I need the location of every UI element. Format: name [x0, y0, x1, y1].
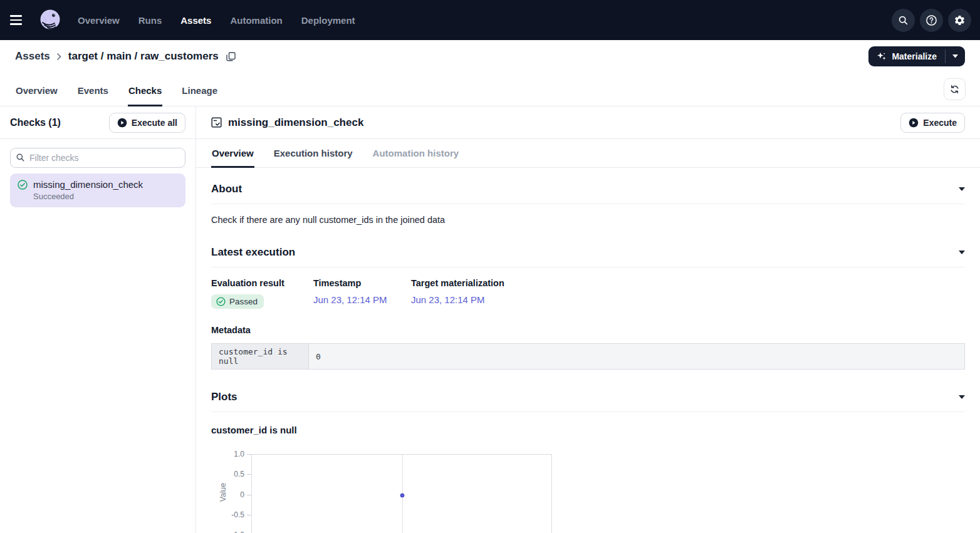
about-heading: About	[211, 183, 242, 195]
data-point[interactable]	[400, 493, 405, 497]
passed-badge: Passed	[211, 294, 264, 309]
nav-automation[interactable]: Automation	[230, 15, 282, 26]
check-detail-body: About Check if there are any null custom…	[196, 168, 980, 533]
plot-title: customer_id is null	[211, 425, 965, 435]
checks-sidebar: Checks (1) Execute all	[0, 106, 196, 533]
timestamp-link[interactable]: Jun 23, 12:14 PM	[313, 294, 411, 305]
play-circle-icon	[117, 118, 127, 128]
breadcrumb: Assets target / main / raw_customers	[15, 50, 236, 63]
sparkle-icon	[877, 51, 887, 61]
tab-automation-history[interactable]: Automation history	[372, 143, 460, 168]
latest-execution-header[interactable]: Latest execution	[211, 246, 965, 267]
filter-search-icon	[16, 153, 25, 162]
nav-assets[interactable]: Assets	[180, 15, 211, 26]
filter-checks-input[interactable]	[10, 148, 185, 168]
checks-count-title: Checks (1)	[10, 117, 61, 128]
tab-lineage[interactable]: Lineage	[181, 79, 218, 106]
asset-tab-bar: Overview Events Checks Lineage	[0, 73, 980, 106]
collapse-caret-icon[interactable]	[959, 251, 965, 254]
y-tick-label: 0.5	[211, 470, 244, 479]
help-icon	[925, 14, 937, 26]
nav-runs[interactable]: Runs	[138, 15, 162, 26]
materialize-label: Materialize	[892, 51, 937, 61]
about-section-header[interactable]: About	[211, 183, 965, 204]
nav-deployment[interactable]: Deployment	[301, 15, 355, 26]
execute-all-label: Execute all	[132, 118, 177, 128]
plots-section-header[interactable]: Plots	[211, 391, 965, 412]
check-list-item[interactable]: missing_dimension_check Succeeded	[10, 173, 185, 207]
check-detail-header: missing_dimension_check Execute	[196, 106, 980, 139]
plot-area	[251, 454, 552, 533]
play-circle-icon	[909, 118, 919, 128]
check-description: Check if there are any null customer_ids…	[211, 215, 965, 225]
check-success-icon	[18, 180, 28, 190]
y-tick-mark	[247, 495, 251, 495]
y-tick-label: -0.5	[211, 510, 244, 519]
refresh-icon	[949, 84, 960, 95]
app-window: Overview Runs Assets Automation Deployme…	[0, 0, 980, 533]
plots-heading: Plots	[211, 391, 237, 403]
breadcrumb-asset-key: target / main / raw_customers	[68, 50, 219, 63]
chevron-right-icon	[56, 53, 62, 61]
metadata-heading: Metadata	[211, 325, 965, 335]
collapse-caret-icon[interactable]	[959, 187, 965, 191]
check-item-status: Succeeded	[33, 192, 178, 201]
metadata-value: 0	[309, 344, 965, 370]
content-area: Checks (1) Execute all	[0, 106, 980, 533]
asset-check-icon	[211, 117, 222, 128]
col-timestamp: Timestamp	[313, 278, 411, 288]
latest-execution-grid: Evaluation result Passed Timestamp	[211, 278, 965, 309]
tab-check-overview[interactable]: Overview	[211, 143, 254, 168]
y-tick-label: -1.0	[211, 530, 244, 533]
collapse-caret-icon[interactable]	[959, 395, 965, 399]
y-tick-mark	[247, 515, 251, 515]
materialize-dropdown-button[interactable]	[946, 46, 965, 66]
check-detail-pane: missing_dimension_check Execute Overview…	[196, 106, 980, 533]
breadcrumb-row: Assets target / main / raw_customers Mat…	[0, 40, 980, 73]
tab-execution-history[interactable]: Execution history	[273, 143, 353, 168]
hamburger-menu-button[interactable]	[10, 9, 33, 31]
chevron-down-icon	[952, 54, 958, 58]
materialize-split-button: Materialize	[868, 46, 965, 66]
y-tick-mark	[247, 454, 251, 455]
copy-asset-key-button[interactable]	[226, 52, 236, 61]
help-button[interactable]	[920, 9, 943, 32]
target-materialization-link[interactable]: Jun 23, 12:14 PM	[411, 294, 504, 305]
search-icon	[898, 15, 909, 26]
latest-execution-heading: Latest execution	[211, 246, 295, 259]
check-title: missing_dimension_check	[228, 116, 363, 129]
search-button[interactable]	[892, 9, 915, 32]
check-detail-tab-bar: Overview Execution history Automation hi…	[196, 139, 980, 168]
tab-checks[interactable]: Checks	[128, 79, 162, 106]
breadcrumb-assets-link[interactable]: Assets	[15, 50, 50, 63]
tab-events[interactable]: Events	[77, 79, 109, 106]
latest-execution-section: Latest execution Evaluation result	[211, 246, 965, 370]
refresh-button[interactable]	[944, 78, 966, 100]
checks-list: missing_dimension_check Succeeded	[0, 139, 195, 216]
materialize-button[interactable]: Materialize	[868, 46, 945, 66]
nav-overview[interactable]: Overview	[78, 15, 120, 26]
metadata-table: customer_id is null 0	[211, 343, 965, 370]
check-success-icon	[216, 297, 226, 306]
checks-sidebar-header: Checks (1) Execute all	[0, 106, 195, 139]
gear-icon	[954, 14, 966, 26]
y-tick-label: 1.0	[211, 450, 244, 458]
col-evaluation-result: Evaluation result	[211, 278, 313, 288]
top-nav-links: Overview Runs Assets Automation Deployme…	[78, 15, 355, 26]
check-item-name: missing_dimension_check	[33, 179, 143, 190]
value-plot: Value 1.00.50-0.5-1.0 Jun 23, 12:14 PMJu…	[211, 449, 965, 533]
y-tick-label: 0	[211, 490, 244, 499]
execute-all-button[interactable]: Execute all	[109, 113, 185, 133]
metadata-key: customer_id is null	[212, 344, 309, 370]
y-tick-mark	[247, 474, 251, 475]
dagster-logo[interactable]	[38, 8, 63, 33]
metadata-row: customer_id is null 0	[212, 344, 965, 370]
plots-section: Plots customer_id is null Value 1.00.50-…	[211, 391, 965, 533]
execute-button[interactable]: Execute	[900, 113, 965, 133]
tab-overview[interactable]: Overview	[15, 79, 58, 106]
execute-label: Execute	[923, 118, 957, 128]
settings-button[interactable]	[948, 9, 971, 32]
about-section: About Check if there are any null custom…	[211, 183, 965, 225]
copy-icon	[226, 52, 236, 61]
navbar-icon-group	[892, 9, 971, 32]
